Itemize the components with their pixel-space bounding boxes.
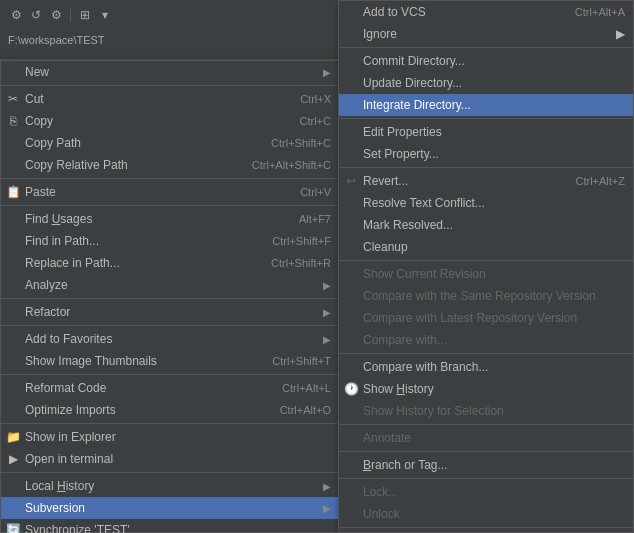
separator: [339, 118, 633, 119]
menu-item-refactor[interactable]: Refactor ▶: [1, 301, 339, 323]
arrow-analyze: ▶: [323, 280, 331, 291]
menu-item-find-usages[interactable]: Find Usages Alt+F7: [1, 208, 339, 230]
left-context-menu: New ▶ ✂ Cut Ctrl+X ⎘ Copy Ctrl+C Copy Pa…: [0, 60, 340, 533]
menu-item-show-history-selection: Show History for Selection: [339, 400, 633, 422]
separator: [1, 85, 339, 86]
menu-label-open-in-terminal: Open in terminal: [25, 452, 331, 466]
menu-item-cut[interactable]: ✂ Cut Ctrl+X: [1, 88, 339, 110]
settings-icon[interactable]: ⚙: [8, 7, 24, 23]
menu-item-copy-path[interactable]: Copy Path Ctrl+Shift+C: [1, 132, 339, 154]
menu-label-refactor: Refactor: [25, 305, 319, 319]
arrow-local-history: ▶: [323, 481, 331, 492]
menu-item-ignore[interactable]: Ignore ▶: [339, 23, 633, 45]
shortcut-find-usages: Alt+F7: [299, 213, 331, 225]
menu-item-add-to-vcs[interactable]: Add to VCS Ctrl+Alt+A: [339, 1, 633, 23]
menu-item-mark-resolved[interactable]: Mark Resolved...: [339, 214, 633, 236]
menu-item-copy-relative-path[interactable]: Copy Relative Path Ctrl+Alt+Shift+C: [1, 154, 339, 176]
terminal-icon: ▶: [5, 451, 21, 467]
separator: [1, 205, 339, 206]
menu-item-update-directory[interactable]: Update Directory...: [339, 72, 633, 94]
divider: [70, 8, 71, 22]
folder-icon: 📁: [5, 429, 21, 445]
separator: [1, 298, 339, 299]
menu-label-cleanup: Cleanup: [363, 240, 625, 254]
menu-label-add-to-favorites: Add to Favorites: [25, 332, 319, 346]
menu-item-show-history[interactable]: 🕐 Show History: [339, 378, 633, 400]
menu-item-edit-properties[interactable]: Edit Properties: [339, 121, 633, 143]
separator: [1, 374, 339, 375]
gear-icon[interactable]: ⚙: [48, 7, 64, 23]
shortcut-show-image-thumbnails: Ctrl+Shift+T: [272, 355, 331, 367]
menu-label-subversion: Subversion: [25, 501, 319, 515]
menu-item-new[interactable]: New ▶: [1, 61, 339, 83]
shortcut-paste: Ctrl+V: [300, 186, 331, 198]
menu-item-annotate: Annotate: [339, 427, 633, 449]
menu-label-integrate-directory: Integrate Directory...: [363, 98, 625, 112]
arrow-refactor: ▶: [323, 307, 331, 318]
menu-item-copy[interactable]: ⎘ Copy Ctrl+C: [1, 110, 339, 132]
arrow-favorites: ▶: [323, 334, 331, 345]
menu-item-integrate-directory[interactable]: Integrate Directory...: [339, 94, 633, 116]
arrow-down-icon[interactable]: ▾: [97, 7, 113, 23]
separator: [339, 167, 633, 168]
menu-item-compare-with-branch[interactable]: Compare with Branch...: [339, 356, 633, 378]
toolbar-icons: ⚙ ↺ ⚙ ⊞ ▾: [8, 7, 113, 23]
separator: [339, 47, 633, 48]
menu-label-show-history-selection: Show History for Selection: [363, 404, 625, 418]
menu-item-compare-same-repo: Compare with the Same Repository Version: [339, 285, 633, 307]
menu-item-add-to-favorites[interactable]: Add to Favorites ▶: [1, 328, 339, 350]
menu-label-cut: Cut: [25, 92, 280, 106]
menu-item-reformat-code[interactable]: Reformat Code Ctrl+Alt+L: [1, 377, 339, 399]
shortcut-replace-in-path: Ctrl+Shift+R: [271, 257, 331, 269]
menu-item-unlock: Unlock: [339, 503, 633, 525]
menu-label-analyze: Analyze: [25, 278, 319, 292]
menu-item-optimize-imports[interactable]: Optimize Imports Ctrl+Alt+O: [1, 399, 339, 421]
menu-item-set-property[interactable]: Set Property...: [339, 143, 633, 165]
menu-label-copy-relative-path: Copy Relative Path: [25, 158, 232, 172]
menu-item-analyze[interactable]: Analyze ▶: [1, 274, 339, 296]
menu-item-branch-or-tag[interactable]: Branch or Tag...: [339, 454, 633, 476]
shortcut-find-in-path: Ctrl+Shift+F: [272, 235, 331, 247]
menu-item-compare-with: Compare with...: [339, 329, 633, 351]
menu-item-cleanup[interactable]: Cleanup: [339, 236, 633, 258]
shortcut-add-to-vcs: Ctrl+Alt+A: [575, 6, 625, 18]
menu-item-local-history[interactable]: Local History ▶: [1, 475, 339, 497]
shortcut-revert: Ctrl+Alt+Z: [575, 175, 625, 187]
paste-icon: 📋: [5, 184, 21, 200]
menu-label-copy-path: Copy Path: [25, 136, 251, 150]
separator: [339, 424, 633, 425]
revert-icon: ↩: [343, 173, 359, 189]
arrow-ignore: ▶: [616, 27, 625, 41]
menu-label-paste: Paste: [25, 185, 280, 199]
menu-label-find-in-path: Find in Path...: [25, 234, 252, 248]
menu-item-open-in-terminal[interactable]: ▶ Open in terminal: [1, 448, 339, 470]
menu-item-resolve-text-conflict[interactable]: Resolve Text Conflict...: [339, 192, 633, 214]
menu-label-reformat-code: Reformat Code: [25, 381, 262, 395]
menu-item-show-image-thumbnails[interactable]: Show Image Thumbnails Ctrl+Shift+T: [1, 350, 339, 372]
shortcut-reformat-code: Ctrl+Alt+L: [282, 382, 331, 394]
menu-item-subversion[interactable]: Subversion ▶: [1, 497, 339, 519]
menu-item-commit-directory[interactable]: Commit Directory...: [339, 50, 633, 72]
separator: [339, 478, 633, 479]
menu-label-local-history: Local History: [25, 479, 319, 493]
menu-label-lock: Lock...: [363, 485, 625, 499]
menu-label-show-in-explorer: Show in Explorer: [25, 430, 331, 444]
menu-label-ignore: Ignore: [363, 27, 616, 41]
menu-item-revert[interactable]: ↩ Revert... Ctrl+Alt+Z: [339, 170, 633, 192]
menu-label-compare-same-repo: Compare with the Same Repository Version: [363, 289, 625, 303]
menu-item-show-in-explorer[interactable]: 📁 Show in Explorer: [1, 426, 339, 448]
separator: [1, 472, 339, 473]
layout-icon[interactable]: ⊞: [77, 7, 93, 23]
menu-label-revert: Revert...: [363, 174, 555, 188]
menu-label-branch-or-tag: Branch or Tag...: [363, 458, 625, 472]
refresh-icon[interactable]: ↺: [28, 7, 44, 23]
menu-label-resolve-text-conflict: Resolve Text Conflict...: [363, 196, 625, 210]
menu-item-paste[interactable]: 📋 Paste Ctrl+V: [1, 181, 339, 203]
sync-icon: 🔄: [5, 522, 21, 533]
separator: [1, 325, 339, 326]
menu-item-replace-in-path[interactable]: Replace in Path... Ctrl+Shift+R: [1, 252, 339, 274]
menu-item-find-in-path[interactable]: Find in Path... Ctrl+Shift+F: [1, 230, 339, 252]
menu-label-update-directory: Update Directory...: [363, 76, 625, 90]
arrow-new: ▶: [323, 67, 331, 78]
menu-item-synchronize[interactable]: 🔄 Synchronize 'TEST': [1, 519, 339, 533]
